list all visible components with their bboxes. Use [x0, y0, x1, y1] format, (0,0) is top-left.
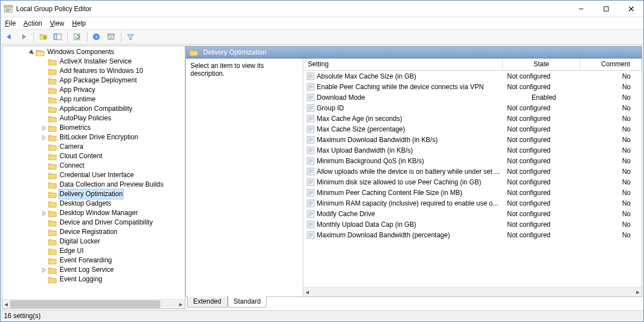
tree-item[interactable]: Data Collection and Preview Builds	[2, 180, 185, 189]
scroll-right-icon[interactable]: ▸	[634, 287, 642, 296]
twisty-closed-icon[interactable]	[40, 125, 48, 131]
list-row[interactable]: Monthly Upload Data Cap (in GB)Not confi…	[303, 219, 642, 230]
tree-item[interactable]: Device Registration	[2, 227, 185, 237]
tab-extended[interactable]: Extended	[187, 296, 228, 308]
list-row[interactable]: Minimum disk size allowed to use Peer Ca…	[303, 177, 642, 187]
tree-item[interactable]: BitLocker Drive Encryption	[2, 133, 185, 142]
cell-setting-label: Group ID	[317, 104, 344, 112]
list-row[interactable]: Maximum Download Bandwidth (percentage)N…	[303, 230, 642, 240]
list-horizontal-scrollbar[interactable]: ◂ ▸	[303, 287, 642, 296]
scrollbar-thumb[interactable]	[10, 300, 160, 308]
cell-setting-label: Maximum Download Bandwidth (percentage)	[317, 231, 450, 239]
list-row[interactable]: Maximum Download Bandwidth (in KB/s)Not …	[303, 134, 642, 145]
list-row[interactable]: Group IDNot configuredNo	[303, 103, 642, 113]
column-comment[interactable]: Comment	[581, 58, 642, 70]
tree-item-label: Digital Locker	[58, 237, 101, 246]
cell-comment: No	[581, 157, 642, 165]
list-row[interactable]: Max Cache Size (percentage)Not configure…	[303, 124, 642, 134]
cell-setting-label: Modify Cache Drive	[317, 210, 375, 218]
cell-setting: Maximum Download Bandwidth (percentage)	[303, 231, 503, 239]
menu-view[interactable]: View	[50, 19, 65, 27]
tree-item[interactable]: App Package Deployment	[2, 76, 185, 85]
forward-button[interactable]	[17, 31, 31, 43]
show-hide-tree-button[interactable]	[51, 31, 65, 43]
tree-item[interactable]: Connect	[2, 161, 185, 170]
back-button[interactable]	[3, 31, 16, 43]
tree-item[interactable]: Application Compatibility	[2, 104, 185, 114]
list-row[interactable]: Download ModeEnabledNo	[303, 92, 642, 103]
properties-button[interactable]	[105, 31, 118, 43]
menu-help[interactable]: Help	[72, 19, 86, 27]
list-row[interactable]: Enable Peer Caching while the device con…	[303, 81, 642, 92]
list-row[interactable]: Absolute Max Cache Size (in GB)Not confi…	[303, 71, 642, 81]
cell-comment: No	[581, 199, 642, 207]
scroll-right-icon[interactable]: ▸	[177, 300, 185, 309]
tree-item[interactable]: Desktop Gadgets	[2, 199, 185, 208]
tree-horizontal-scrollbar[interactable]: ◂ ▸	[2, 299, 185, 309]
menu-action[interactable]: Action	[23, 19, 42, 27]
right-body: Select an item to view its description. …	[186, 58, 642, 296]
help-button[interactable]: ?	[90, 31, 104, 43]
folder-icon	[48, 96, 57, 104]
tree-root[interactable]: Windows Components	[2, 47, 185, 57]
tree-item[interactable]: App Privacy	[2, 85, 185, 95]
refresh-button[interactable]	[71, 31, 84, 43]
list-row[interactable]: Allow uploads while the device is on bat…	[303, 166, 642, 177]
list-row[interactable]: Minimum RAM capacity (inclusive) require…	[303, 198, 642, 208]
list-row[interactable]: Minimum Background QoS (in KB/s)Not conf…	[303, 155, 642, 166]
close-button[interactable]	[618, 1, 643, 17]
tree-item[interactable]: Credential User Interface	[2, 170, 185, 180]
cell-state: Enabled	[503, 94, 581, 101]
tree-item[interactable]: Digital Locker	[2, 237, 185, 246]
maximize-button[interactable]	[593, 1, 618, 17]
list-row[interactable]: Max Cache Age (in seconds)Not configured…	[303, 113, 642, 124]
cell-setting: Enable Peer Caching while the device con…	[303, 83, 503, 91]
folder-icon	[48, 276, 57, 284]
tree-item[interactable]: AutoPlay Policies	[2, 114, 185, 123]
tree-item[interactable]: Biometrics	[2, 123, 185, 133]
minimize-button[interactable]	[568, 1, 593, 17]
tree-item[interactable]: Device and Driver Compatibility	[2, 218, 185, 227]
setting-icon	[307, 189, 314, 197]
filter-button[interactable]	[124, 31, 137, 43]
tab-standard[interactable]: Standard	[228, 296, 267, 308]
tree-item-label: Data Collection and Preview Builds	[58, 180, 165, 189]
tree-item-label: Device Registration	[58, 227, 119, 237]
list-row[interactable]: Minimum Peer Caching Content File Size (…	[303, 187, 642, 198]
tree-item[interactable]: Event Log Service	[2, 265, 185, 275]
tree-item-label: Biometrics	[58, 123, 92, 133]
list-rows[interactable]: Absolute Max Cache Size (in GB)Not confi…	[303, 71, 642, 287]
tree-item[interactable]: Edge UI	[2, 246, 185, 256]
list-row[interactable]: Max Upload Bandwidth (in KB/s)Not config…	[303, 145, 642, 155]
menu-file[interactable]: File	[5, 19, 16, 27]
folder-icon	[48, 134, 57, 142]
cell-comment: No	[581, 210, 642, 218]
tree-item[interactable]: Delivery Optimization	[2, 189, 185, 199]
tree-item[interactable]: Add features to Windows 10	[2, 66, 185, 76]
setting-icon	[307, 199, 314, 207]
tree-item[interactable]: Desktop Window Manager	[2, 208, 185, 218]
twisty-closed-icon[interactable]	[40, 135, 48, 140]
up-button[interactable]	[37, 31, 50, 43]
tree-item[interactable]: Event Logging	[2, 275, 185, 284]
twisty-closed-icon[interactable]	[40, 267, 48, 273]
scroll-left-icon[interactable]: ◂	[303, 287, 311, 296]
tree-item-label: Event Forwarding	[58, 256, 113, 265]
tree-scroll[interactable]: Windows Components ActiveX Installer Ser…	[2, 46, 185, 299]
tree-item-label: BitLocker Drive Encryption	[58, 133, 139, 142]
twisty-closed-icon[interactable]	[40, 211, 48, 216]
scroll-left-icon[interactable]: ◂	[2, 300, 10, 309]
tree-item[interactable]: ActiveX Installer Service	[2, 57, 185, 66]
list-row[interactable]: Modify Cache DriveNot configuredNo	[303, 208, 642, 219]
column-setting[interactable]: Setting	[303, 58, 503, 70]
column-state[interactable]: State	[503, 58, 581, 70]
tree-item[interactable]: Event Forwarding	[2, 256, 185, 265]
tree-item[interactable]: App runtime	[2, 95, 185, 104]
cell-state: Not configured	[503, 168, 581, 175]
cell-state: Not configured	[503, 157, 581, 165]
tree-item[interactable]: Camera	[2, 142, 185, 152]
right-header: Delivery Optimization	[186, 46, 642, 58]
twisty-open-icon[interactable]	[28, 50, 36, 55]
folder-icon	[48, 200, 57, 208]
tree-item[interactable]: Cloud Content	[2, 152, 185, 161]
